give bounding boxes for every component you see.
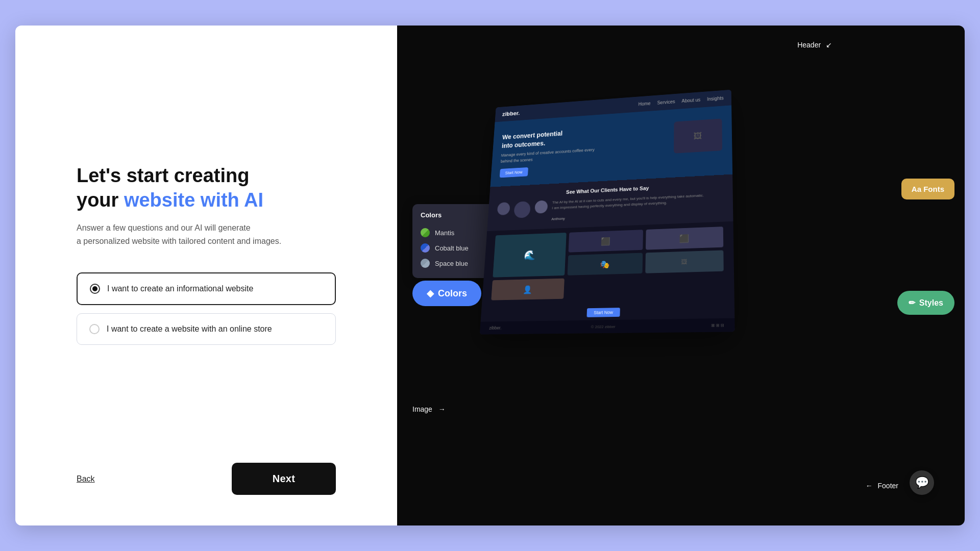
next-button[interactable]: Next [232,463,336,495]
heading: Let's start creating your website with A… [77,164,336,212]
mockup-testimonial-text: The AI by the AI at it can to cuts and e… [551,192,723,222]
back-button[interactable]: Back [77,474,95,484]
option-store[interactable]: I want to create a website with an onlin… [77,313,336,345]
avatar-3 [534,201,548,214]
radio-informational [90,284,100,294]
footer-annotation: ← Footer [866,482,898,490]
mockup-logo: zibber. [502,110,520,117]
chat-icon: 💬 [915,476,929,489]
nav-about: About us [682,97,701,104]
footer-logo: zibber. [489,325,502,331]
heading-line2: your website with AI [77,188,336,213]
mockup-wrapper: zibber. Home Services About us Insights … [438,56,944,505]
options-group: I want to create an informational websit… [77,272,336,345]
website-mockup: zibber. Home Services About us Insights … [480,90,735,335]
image-annotation: Image → [412,405,446,413]
mockup-test-row: The AI by the AI at it can to cuts and e… [496,192,723,224]
option-informational[interactable]: I want to create an informational websit… [77,272,336,305]
mockup-hero-image: 🖼 [674,118,722,153]
color-swatch-mantis [421,228,430,237]
colors-icon: ◆ [427,288,434,299]
mockup-gallery: 🌊 ⬛ ⬛ 🎭 🖼 [482,221,734,306]
mockup-nav-links: Home Services About us Insights [638,95,723,107]
gallery-icon-6: 👤 [523,285,532,294]
gallery-item-1: 🌊 [493,233,566,278]
image-arrow: → [438,405,446,413]
gallery-icon-3: ⬛ [679,234,689,243]
avatar-2 [513,201,530,218]
left-panel: Let's start creating your website with A… [15,26,397,525]
gallery-item-3: ⬛ [646,227,723,250]
nav-services: Services [657,99,675,105]
radio-store [89,324,100,334]
option-store-label: I want to create a website with an onlin… [107,324,272,334]
chat-button[interactable]: 💬 [910,470,934,495]
gallery-item-2: ⬛ [569,230,643,252]
gallery-icon-5: 🖼 [681,258,687,265]
gallery-item-6: 👤 [491,279,565,300]
option-informational-label: I want to create an informational websit… [107,284,253,293]
nav-home: Home [638,101,650,107]
color-swatch-cobalt [421,243,430,253]
subtitle: Answer a few questions and our AI will g… [77,221,336,247]
left-content: Let's start creating your website with A… [77,66,336,442]
gallery-icon-1: 🌊 [524,249,536,261]
footer-social: ⊠ ⊞ ⊟ [711,323,724,328]
styles-icon: ✏ [909,298,915,308]
avatar-1 [497,202,510,215]
right-panel: Header ↙ Colors ✕ Mantis Cobalt blue ✓ S… [397,26,965,525]
footer-arrow: ← [866,482,873,490]
header-annotation: Header ↙ [797,41,832,49]
color-swatch-space [421,259,430,268]
styles-button[interactable]: ✏ Styles [897,291,954,315]
main-container: Let's start creating your website with A… [15,26,965,525]
fonts-button[interactable]: Aa Fonts [901,179,954,199]
heading-highlight: website with AI [124,189,263,211]
hero-image-icon: 🖼 [694,131,702,141]
gallery-item-5: 🖼 [645,251,723,273]
colors-button[interactable]: ◆ Colors [412,281,481,306]
heading-line1: Let's start creating [77,164,336,188]
gallery-icon-4: 🎭 [600,260,609,269]
gallery-item-4: 🎭 [568,253,643,276]
mockup-cta-btn: Start Now [587,308,620,317]
mockup-hero-btn: Start Now [500,167,528,178]
gallery-icon-2: ⬛ [601,237,610,246]
mockup-hero-text: We convert potentialinto outcomes. Manag… [500,122,669,178]
mockup-inner: zibber. Home Services About us Insights … [438,55,965,525]
left-footer: Back Next [77,463,336,495]
nav-insights: Insights [707,95,724,102]
footer-copy: © 2022 zibber [591,324,616,330]
